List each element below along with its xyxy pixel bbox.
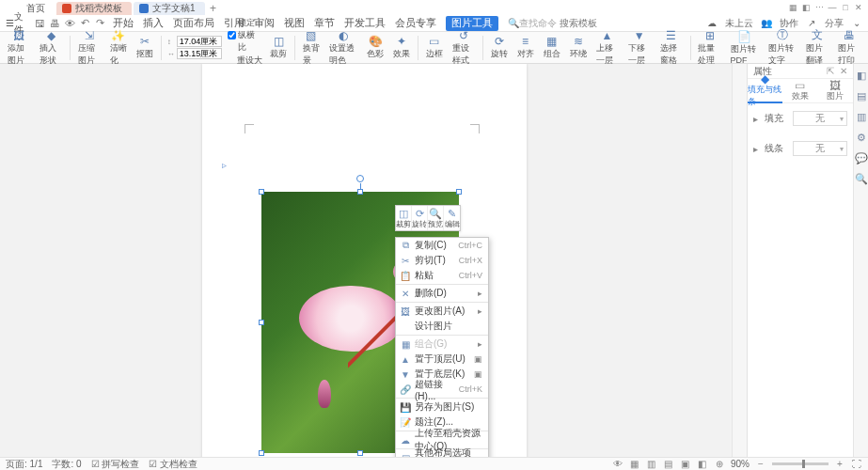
wrap-button[interactable]: ≋环绕 [568,35,589,60]
panel-pin-icon[interactable]: ⇱ [827,66,834,76]
ctx-paste[interactable]: 📋粘贴Ctrl+V [396,268,488,283]
panel-close-icon[interactable]: ✕ [840,66,847,76]
chevron-right-icon[interactable]: ▸ [753,114,761,124]
command-search[interactable]: 🔍 查找命令 [508,17,625,30]
up-layer-button[interactable]: ▲上移一层 [594,29,621,67]
comment-pane-icon[interactable]: 💬 [856,152,867,164]
insert-shape-button[interactable]: ◆插入形状 [38,29,64,67]
cloud-icon[interactable]: ☁ [706,18,718,29]
qat-redo-icon[interactable]: ↷ [94,18,105,29]
replace-bg-button[interactable]: ▧换背景 [301,29,322,67]
clarity-button[interactable]: ✨清晰化 [108,29,129,67]
chevron-right-icon[interactable]: ▸ [753,144,761,154]
ribbon-tab-insert[interactable]: 插入 [143,16,164,31]
status-words[interactable]: 字数: 0 [52,458,81,471]
select-pane-button[interactable]: ☰选择窗格 [658,29,685,67]
resize-handle[interactable] [357,450,363,456]
win-max-icon[interactable]: □ [840,2,851,13]
tab-template[interactable]: 找稻壳模板 [56,2,132,15]
select-pane-icon[interactable]: ▤ [856,90,867,102]
qat-save-icon[interactable]: 🖫 [34,18,45,29]
win-close-icon[interactable]: ✕ [853,2,864,13]
view-focus-icon[interactable]: ◧ [697,460,708,469]
tab-add[interactable]: + [207,2,220,15]
resize-handle[interactable] [259,450,264,456]
view-full-icon[interactable]: ▣ [680,460,691,469]
tab-doc[interactable]: 文字文稿1 [134,2,205,15]
qat-undo-icon[interactable]: ↶ [79,18,90,29]
pic-print-button[interactable]: 🖶图片打印 [836,29,862,67]
zoom-value[interactable]: 90% [731,459,750,469]
ctx-save-as-pic[interactable]: 💾另存为图片(S) [396,400,488,415]
ctx-design-pic[interactable]: 设计图片 [396,319,488,334]
search-pane-icon[interactable]: 🔍 [856,173,867,184]
resize-handle[interactable] [357,189,363,195]
view-outline-icon[interactable]: ▤ [663,460,674,469]
transparent-color-button[interactable]: ◐设置透明色 [327,29,359,67]
panel-tab-pic[interactable]: 🖼图片 [818,79,853,103]
zoom-in-icon[interactable]: + [834,460,845,469]
line-select[interactable]: 无 [793,141,847,156]
win-app-icon[interactable]: ◧ [800,2,812,13]
menu-caret-icon[interactable]: ⌄ [851,18,862,29]
qat-print-icon[interactable]: 🖶 [49,18,60,29]
ctx-cut[interactable]: ✂剪切(T)Ctrl+X [396,253,488,268]
pic-to-pdf-button[interactable]: 📄图片转PDF [729,30,761,65]
resize-handle[interactable] [259,189,264,195]
mini-rotate-button[interactable]: ⟳旋转 [412,206,428,230]
panel-tab-effect[interactable]: ▭效果 [782,79,817,103]
search-input[interactable] [560,18,625,28]
mini-crop-button[interactable]: ◫裁剪 [396,206,412,230]
down-layer-button[interactable]: ▼下移一层 [626,29,653,67]
mini-edit-button[interactable]: ✎编辑 [444,206,460,230]
pic-translate-button[interactable]: 文图片翻译 [804,29,830,67]
height-input[interactable] [177,36,222,47]
qat-preview-icon[interactable]: 👁 [64,18,75,29]
reset-style-button[interactable]: ↺重设样式 [450,29,477,67]
ctx-hyperlink[interactable]: 🔗超链接(H)...Ctrl+K [396,382,488,397]
status-spell[interactable]: ☑ 拼写检查 [91,458,140,471]
rotate-button[interactable]: ⟳旋转 [489,35,510,60]
rotation-handle[interactable] [356,175,364,182]
width-input[interactable] [177,48,222,59]
property-pane-icon[interactable]: ⚙ [856,132,867,143]
fill-select[interactable]: 无 [793,111,847,126]
add-image-button[interactable]: 🖼添加图片 [6,29,32,67]
zoom-slider[interactable] [772,462,829,465]
view-read-icon[interactable]: 👁 [612,460,623,469]
zoom-out-icon[interactable]: − [755,460,766,469]
ribbon-tab-layout[interactable]: 页面布局 [173,16,214,31]
resize-handle[interactable] [259,320,264,325]
compress-button[interactable]: ⇲压缩图片 [76,29,103,67]
batch-process-button[interactable]: ⊞批量处理 [696,29,722,67]
ctx-other-layout[interactable]: ▤其他布局选项(L)... [396,450,488,457]
view-print-icon[interactable]: ▦ [629,460,640,469]
ribbon-tab-vip[interactable]: 会员专享 [395,16,436,31]
ctx-to-front[interactable]: ▲置于顶层(U)▣ [396,352,488,367]
crop-button[interactable]: ◫裁剪 [268,35,289,60]
cloud-status[interactable]: 未上云 [725,17,753,30]
cutout-button[interactable]: ✂抠图 [134,35,155,60]
share-label[interactable]: 分享 [825,17,844,30]
border-button[interactable]: ▭边框 [424,35,445,60]
win-min-icon[interactable]: — [827,2,838,13]
tab-home[interactable]: 首页 [21,2,55,15]
panel-tab-fill[interactable]: ◆填充与线条 [748,79,782,103]
view-web-icon[interactable]: ▥ [646,460,657,469]
ctx-change-pic[interactable]: 🖼更改图片(A)▸ [396,304,488,319]
file-menu[interactable]: ☰ 文件 [6,17,26,30]
style-pane-icon[interactable]: ◧ [856,70,867,81]
mini-preview-button[interactable]: 🔍预览 [428,206,444,230]
win-grid-icon[interactable]: ▦ [787,2,798,13]
align-button[interactable]: ≡对齐 [515,35,536,60]
color-button[interactable]: 🎨色彩 [365,35,386,60]
ctx-copy[interactable]: ⧉复制(C)Ctrl+C [396,238,488,253]
fullscreen-icon[interactable]: ⛶ [851,460,862,469]
zoom-fit-icon[interactable]: ⊕ [714,460,725,469]
resize-handle[interactable] [456,189,462,195]
status-doc-check[interactable]: ☑ 文档检查 [149,458,197,471]
pic-to-text-button[interactable]: Ⓣ图片转文字 [766,29,798,67]
coop-icon[interactable]: 👥 [761,18,772,29]
ctx-delete[interactable]: ✕删除(D)▸ [396,286,488,301]
group-button[interactable]: ▦组合 [542,35,562,60]
